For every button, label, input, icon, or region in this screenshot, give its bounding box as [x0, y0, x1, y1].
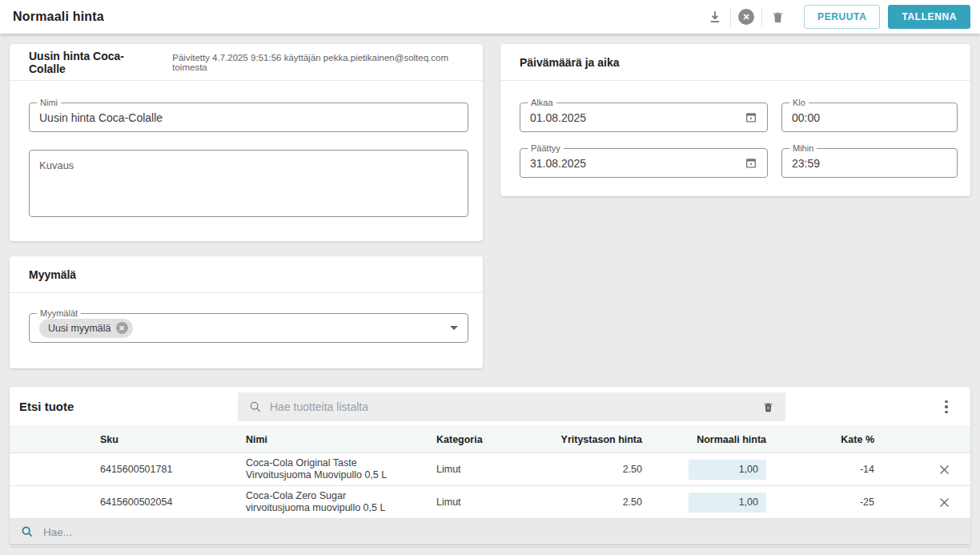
name-field-label: Nimi	[37, 98, 61, 107]
price-card-header: Uusin hinta Coca-Colalle Päivitetty 4.7.…	[10, 44, 483, 81]
delete-button[interactable]	[762, 5, 793, 29]
normal-price-cell: 1,00	[642, 493, 766, 513]
end-date-input[interactable]	[530, 157, 745, 170]
start-date-input[interactable]	[530, 111, 745, 124]
price-info-card: Uusin hinta Coca-Colalle Päivitetty 4.7.…	[10, 44, 483, 241]
remove-row-icon[interactable]	[938, 464, 950, 476]
stores-select-label: Myymälät	[37, 308, 81, 318]
category-cell: Limut	[436, 464, 526, 475]
app-bar: Normaali hinta ✕ PERUUTA TALLENNA	[0, 0, 980, 34]
end-time-input[interactable]	[792, 157, 947, 170]
calendar-icon[interactable]	[745, 111, 757, 124]
sku-cell: 6415600502054	[100, 497, 246, 508]
end-time-label: Mihin	[789, 143, 817, 153]
normal-price-cell: 1,00	[642, 460, 766, 480]
start-time-input[interactable]	[792, 111, 947, 124]
end-time-field-wrapper: Mihin	[781, 148, 958, 178]
chip-remove-icon[interactable]: ✕	[116, 322, 128, 334]
actions-cell	[874, 464, 970, 476]
store-chip-label: Uusi myymälä	[48, 323, 111, 334]
store-card-header: Myymälä	[10, 256, 483, 293]
name-cell: Coca-Cola Original Taste Virvoitusjuoma …	[246, 457, 436, 481]
quick-search-input[interactable]	[43, 526, 959, 538]
company-price-cell: 2.50	[526, 464, 642, 475]
table-row: 6415600502054 Coca-Cola Zero Sugar virvo…	[10, 486, 970, 519]
description-input[interactable]	[29, 150, 468, 217]
cancel-button[interactable]: PERUUTA	[804, 5, 880, 29]
name-input[interactable]	[39, 111, 458, 124]
name-field-wrapper: Nimi	[29, 103, 468, 132]
company-price-cell: 2.50	[526, 497, 642, 508]
start-date-field-wrapper: Alkaa	[520, 103, 768, 132]
store-chip: Uusi myymälä ✕	[39, 319, 133, 338]
table-header-row: Sku Nimi Kategoria Yritystason hinta Nor…	[10, 427, 970, 453]
col-category: Kategoria	[436, 434, 526, 445]
quick-search-bar	[10, 519, 970, 545]
stores-select[interactable]: Myymälät Uusi myymälä ✕	[29, 313, 468, 343]
more-options-icon[interactable]	[940, 398, 953, 416]
cancel-circle-button[interactable]: ✕	[731, 5, 761, 29]
end-date-label: Päättyy	[528, 143, 564, 153]
product-search-bar	[238, 392, 785, 421]
actions-cell	[874, 497, 970, 509]
clear-list-trash-icon[interactable]	[762, 400, 774, 414]
end-date-field-wrapper: Päättyy	[520, 148, 768, 178]
margin-cell: -25	[766, 497, 874, 508]
start-time-label: Klo	[789, 98, 809, 107]
name-line1: Coca-Cola Zero Sugar	[246, 490, 436, 502]
cancel-circle-icon: ✕	[738, 9, 754, 25]
datetime-card: Päivämäärä ja aika Alkaa Klo Päättyy Mih…	[500, 44, 970, 196]
col-margin: Kate %	[766, 434, 874, 445]
col-company-price: Yritystason hinta	[526, 434, 642, 445]
search-icon	[21, 525, 34, 538]
store-card-title: Myymälä	[29, 268, 76, 281]
price-card-title: Uusin hinta Coca-Colalle	[29, 50, 151, 75]
search-icon	[249, 400, 262, 413]
normal-price-input[interactable]: 1,00	[689, 493, 766, 513]
page-title: Normaali hinta	[13, 10, 104, 24]
trash-icon	[771, 10, 785, 25]
col-sku: Sku	[100, 434, 246, 445]
product-card-title: Etsi tuote	[19, 400, 74, 413]
remove-row-icon[interactable]	[938, 497, 950, 509]
normal-price-input[interactable]: 1,00	[689, 460, 766, 480]
category-cell: Limut	[436, 497, 526, 508]
updated-info-text: Päivitetty 4.7.2025 9:51:56 käyttäjän pe…	[172, 53, 464, 72]
margin-cell: -14	[766, 464, 874, 475]
download-button[interactable]	[700, 5, 730, 29]
start-time-field-wrapper: Klo	[781, 103, 958, 132]
datetime-card-title: Päivämäärä ja aika	[520, 56, 620, 69]
name-line2: Virvoitusjuoma Muovipullo 0,5 L	[246, 469, 436, 481]
product-card-header: Etsi tuote	[10, 387, 970, 427]
col-name: Nimi	[246, 434, 436, 445]
chevron-down-icon[interactable]	[450, 326, 458, 330]
name-line2: virvoitusjuoma muovipullo 0,5 L	[246, 502, 436, 514]
start-date-label: Alkaa	[528, 98, 556, 107]
name-cell: Coca-Cola Zero Sugar virvoitusjuoma muov…	[246, 490, 436, 514]
col-normal-price: Normaali hinta	[642, 434, 766, 445]
datetime-card-header: Päivämäärä ja aika	[500, 44, 970, 81]
product-search-card: Etsi tuote Sku Nimi Kategoria Yritystaso…	[10, 387, 970, 546]
save-button[interactable]: TALLENNA	[888, 5, 970, 29]
table-row: 6415600501781 Coca-Cola Original Taste V…	[10, 453, 970, 486]
calendar-icon[interactable]	[745, 156, 757, 170]
product-search-input[interactable]	[270, 400, 762, 413]
download-icon	[708, 10, 722, 24]
sku-cell: 6415600501781	[100, 464, 246, 475]
store-card: Myymälä Myymälät Uusi myymälä ✕	[10, 256, 483, 368]
name-line1: Coca-Cola Original Taste	[246, 457, 436, 469]
